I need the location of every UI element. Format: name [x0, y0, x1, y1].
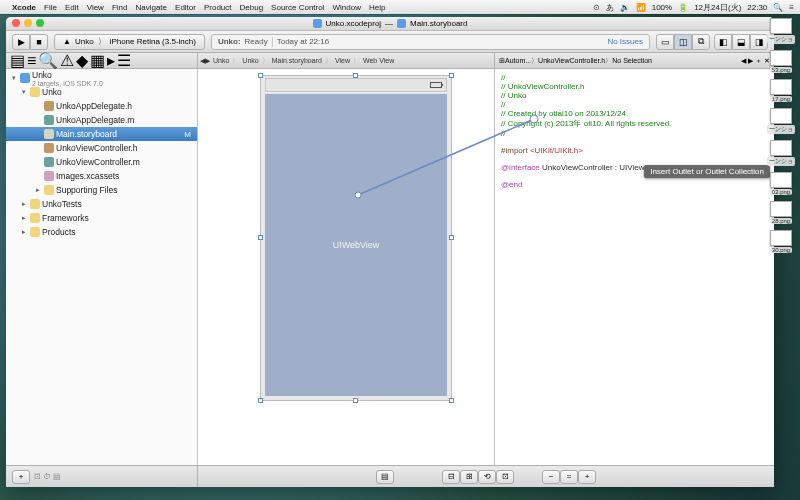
menu-help[interactable]: Help	[369, 3, 385, 12]
tree-file[interactable]: UnkoViewController.h	[6, 141, 197, 155]
tree-folder[interactable]: ▾Unko	[6, 85, 197, 99]
app-menu[interactable]: Xcode	[12, 3, 36, 12]
minimize-button[interactable]	[24, 19, 32, 27]
desktop-file[interactable]: 28.png	[766, 201, 796, 224]
view-controller-scene[interactable]: UIWebView	[260, 75, 452, 401]
project-tree[interactable]: ▾Unko2 targets, iOS SDK 7.0 ▾Unko UnkoAp…	[6, 69, 197, 465]
filter-icon[interactable]: ⊡ ⏱ ▤	[34, 472, 61, 481]
volume-icon[interactable]: 🔉	[620, 3, 630, 12]
nav-project-icon[interactable]: ▤	[10, 51, 25, 70]
window-titlebar[interactable]: Unko.xcodeproj — Main.storyboard	[6, 17, 774, 31]
traffic-lights	[12, 19, 44, 27]
align-button[interactable]: ⊟	[442, 470, 460, 484]
menu-product[interactable]: Product	[204, 3, 232, 12]
ime-icon[interactable]: あ	[606, 2, 614, 13]
tree-project-row[interactable]: ▾Unko2 targets, iOS SDK 7.0	[6, 71, 197, 85]
activity-viewer: Unko: Ready Today at 22:16 No Issues	[211, 34, 650, 50]
menubar-date[interactable]: 12月24日(火)	[694, 2, 741, 13]
scheme-selector[interactable]: ▲ Unko 〉 iPhone Retina (3.5-inch)	[54, 34, 205, 50]
wifi-icon[interactable]: ⊙	[593, 3, 600, 12]
tree-file-selected[interactable]: Main.storyboardM	[6, 127, 197, 141]
jump-bar-right[interactable]: ⊞ Autom...〉 UnkoViewController.h〉 No Sel…	[494, 53, 774, 68]
project-navigator: ▾Unko2 targets, iOS SDK 7.0 ▾Unko UnkoAp…	[6, 69, 198, 465]
interface-builder-canvas[interactable]: UIWebView	[198, 69, 494, 465]
scheme-target-icon: ▲	[63, 37, 71, 46]
tree-folder[interactable]: ▸Supporting Files	[6, 183, 197, 197]
battery-icon	[430, 82, 442, 88]
desktop-file[interactable]: ーンショ	[766, 140, 796, 166]
menu-view[interactable]: View	[87, 3, 104, 12]
menu-file[interactable]: File	[44, 3, 57, 12]
pin-button[interactable]: ⊞	[460, 470, 478, 484]
zoom-in-button[interactable]: +	[578, 470, 596, 484]
resolve-button[interactable]: ⟲	[478, 470, 496, 484]
menu-navigate[interactable]: Navigate	[135, 3, 167, 12]
bottom-toolbar: ＋ ⊡ ⏱ ▤ ▤ ⊟ ⊞ ⟲ ⊡ − = +	[6, 465, 774, 487]
tree-file[interactable]: UnkoAppDelegate.h	[6, 99, 197, 113]
tree-folder[interactable]: ▸UnkoTests	[6, 197, 197, 211]
tree-folder[interactable]: ▸Products	[6, 225, 197, 239]
panel-visibility-segmented[interactable]: ◧ ⬓ ◨	[714, 34, 768, 50]
add-button[interactable]: ＋	[12, 470, 30, 484]
project-icon	[313, 19, 322, 28]
tree-file[interactable]: UnkoViewController.m	[6, 155, 197, 169]
desktop-file[interactable]: ーンショ	[766, 108, 796, 134]
desktop-file[interactable]: 17.png	[766, 79, 796, 102]
zoom-fit-button[interactable]: =	[560, 470, 578, 484]
nav-find-icon[interactable]: 🔍	[38, 51, 58, 70]
xcode-window: Unko.xcodeproj — Main.storyboard ▶ ■ ▲ U…	[6, 17, 774, 487]
outlet-tooltip: Insert Outlet or Outlet Collection	[644, 165, 770, 178]
desktop-file-stack: ーンショ 53.png 17.png ーンショ ーンショ 02.png 28.p…	[766, 18, 796, 253]
toggle-debug-button[interactable]: ⬓	[732, 34, 750, 50]
standard-editor-button[interactable]: ▭	[656, 34, 674, 50]
tree-folder[interactable]: ▸Frameworks	[6, 211, 197, 225]
doc-outline-button[interactable]: ▤	[376, 470, 394, 484]
menu-window[interactable]: Window	[332, 3, 360, 12]
resizing-button[interactable]: ⊡	[496, 470, 514, 484]
nav-symbol-icon[interactable]: ≡	[27, 52, 36, 70]
zoom-out-button[interactable]: −	[542, 470, 560, 484]
nav-test-icon[interactable]: ◆	[76, 51, 88, 70]
menu-debug[interactable]: Debug	[240, 3, 264, 12]
stop-button[interactable]: ■	[30, 34, 48, 50]
battery-icon[interactable]: 🔋	[678, 3, 688, 12]
nav-issue-icon[interactable]: ⚠	[60, 51, 74, 70]
spotlight-icon[interactable]: 🔍	[773, 3, 783, 12]
close-button[interactable]	[12, 19, 20, 27]
assistant-editor-button[interactable]: ◫	[674, 34, 692, 50]
jump-bar-row: ▤ ≡ 🔍 ⚠ ◆ ▦ ▸ ☰ ◀ ▶ Unko〉 Unko〉 Main.sto…	[6, 53, 774, 69]
version-editor-button[interactable]: ⧉	[692, 34, 710, 50]
nav-breakpoint-icon[interactable]: ▸	[107, 51, 115, 70]
editor-mode-segmented[interactable]: ▭ ◫ ⧉	[656, 34, 710, 50]
tree-file[interactable]: Images.xcassets	[6, 169, 197, 183]
desktop-file[interactable]: 30.png	[766, 230, 796, 253]
uiwebview[interactable]: UIWebView	[265, 94, 447, 396]
desktop-file[interactable]: 02.png	[766, 172, 796, 195]
battery-percent: 100%	[652, 3, 672, 12]
wifi-status-icon[interactable]: 📶	[636, 3, 646, 12]
nav-debug-icon[interactable]: ▦	[90, 51, 105, 70]
zoom-button[interactable]	[36, 19, 44, 27]
jump-bar-left[interactable]: ◀ ▶ Unko〉 Unko〉 Main.storyboard〉 View〉 W…	[198, 53, 494, 68]
toggle-navigator-button[interactable]: ◧	[714, 34, 732, 50]
run-button[interactable]: ▶	[12, 34, 30, 50]
toolbar: ▶ ■ ▲ Unko 〉 iPhone Retina (3.5-inch) Un…	[6, 31, 774, 53]
menu-editor[interactable]: Editor	[175, 3, 196, 12]
menu-source-control[interactable]: Source Control	[271, 3, 324, 12]
assistant-editor[interactable]: // // UnkoViewController.h // Unko // //…	[494, 69, 774, 465]
desktop-file[interactable]: ーンショ	[766, 18, 796, 44]
nav-log-icon[interactable]: ☰	[117, 51, 131, 70]
storyboard-icon	[397, 19, 406, 28]
tree-file[interactable]: UnkoAppDelegate.m	[6, 113, 197, 127]
notification-center-icon[interactable]: ≡	[789, 3, 794, 12]
simulated-status-bar	[265, 78, 447, 92]
title-doc-file: Main.storyboard	[410, 19, 467, 28]
menubar-time[interactable]: 22:30	[747, 3, 767, 12]
issues-link[interactable]: No Issues	[607, 37, 643, 46]
menu-edit[interactable]: Edit	[65, 3, 79, 12]
title-doc-project: Unko.xcodeproj	[326, 19, 382, 28]
desktop-file[interactable]: 53.png	[766, 50, 796, 73]
macos-menubar[interactable]: Xcode File Edit View Find Navigate Edito…	[0, 0, 800, 14]
menu-find[interactable]: Find	[112, 3, 128, 12]
